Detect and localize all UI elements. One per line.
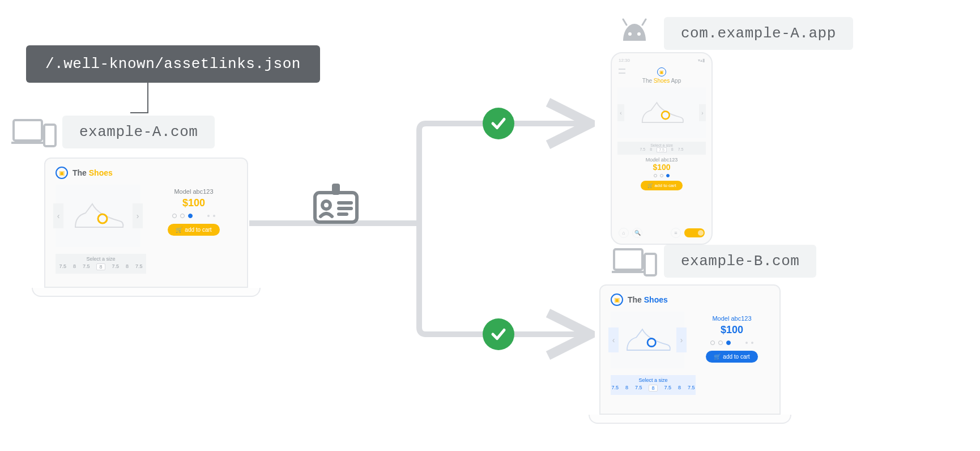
gallery-prev[interactable]: ‹ [617, 104, 624, 121]
devices-icon-right [612, 246, 658, 278]
color-swatches[interactable] [151, 214, 237, 218]
size-selector[interactable]: Select a size 7.587.587.587.5 [611, 375, 696, 395]
laptop-site-b: ▣ The Shoes ‹ › Model abc123 $100 [599, 284, 781, 424]
phone-app-a: 12:30 ▾▴▮ ▣ The Shoes App ‹ › Select a s… [611, 52, 713, 245]
toggle-pill[interactable] [684, 228, 705, 237]
size-selector[interactable]: Select a size 7.587.587.5 [617, 142, 706, 155]
shop-logo-icon: ▣ [56, 167, 68, 179]
hamburger-icon[interactable] [619, 69, 625, 74]
svg-point-12 [322, 201, 330, 209]
size-selector[interactable]: Select a size 7.587.587.587.5 [56, 254, 146, 274]
gallery-next[interactable]: › [699, 104, 706, 121]
site-a-label: example-A.com [62, 116, 215, 148]
product-price: $100 [617, 163, 706, 172]
app-package-label: com.example-A.app [664, 17, 853, 50]
site-b-label: example-B.com [664, 245, 816, 278]
search-icon[interactable]: 🔍 [632, 228, 642, 238]
devices-icon-left [11, 117, 58, 148]
product-model: Model abc123 [694, 315, 769, 322]
svg-point-7 [637, 32, 641, 36]
bottom-nav[interactable]: ⌂ 🔍 ≡ [617, 226, 706, 238]
svg-rect-11 [332, 184, 340, 195]
svg-point-16 [98, 214, 107, 223]
cart-icon: 🛒 [176, 227, 182, 233]
product-model: Model abc123 [617, 157, 706, 163]
svg-line-9 [642, 19, 646, 25]
product-model: Model abc123 [151, 188, 237, 195]
add-to-cart-button[interactable]: 🛒 add to cart [641, 181, 683, 190]
gallery-prev[interactable]: ‹ [53, 203, 63, 228]
color-swatches[interactable] [694, 341, 769, 345]
gallery-next[interactable]: › [133, 203, 143, 228]
svg-rect-0 [14, 120, 42, 141]
product-gallery: ‹ › [56, 185, 140, 247]
status-clock: 12:30 [619, 58, 630, 63]
size-list-app: 7.587.587.5 [617, 147, 706, 152]
menu-icon[interactable]: ≡ [671, 228, 681, 238]
product-price: $100 [151, 197, 237, 209]
svg-point-18 [647, 338, 655, 346]
svg-point-17 [662, 111, 670, 119]
checkmark-top [483, 108, 514, 139]
svg-rect-3 [614, 249, 642, 270]
shop-title: The Shoes [73, 168, 113, 177]
add-to-cart-button[interactable]: 🛒 add to cart [706, 351, 757, 363]
sneaker-image [70, 196, 126, 236]
assetlinks-path-label: /.well-known/assetlinks.json [26, 45, 320, 83]
product-gallery: ‹ › [611, 312, 684, 368]
assetlinks-connector [130, 82, 148, 113]
size-list-b: 7.587.587.587.5 [611, 385, 696, 392]
android-icon [619, 18, 650, 41]
shop-logo-icon: ▣ [611, 293, 623, 306]
checkmark-bottom [483, 318, 514, 350]
laptop-site-a: ▣ The Shoes ‹ › Model abc123 $100 [44, 158, 248, 297]
cart-icon: 🛒 [714, 354, 721, 360]
home-icon[interactable]: ⌂ [619, 228, 629, 238]
add-to-cart-button[interactable]: 🛒 add to cart [168, 224, 219, 236]
gallery-next[interactable]: › [676, 327, 687, 352]
svg-line-8 [623, 19, 627, 25]
shop-title: The Shoes [628, 295, 668, 304]
status-icons: ▾▴▮ [698, 58, 705, 63]
product-price: $100 [694, 324, 769, 336]
svg-rect-2 [44, 125, 56, 146]
app-title: The Shoes App [617, 78, 706, 84]
id-badge-icon [312, 181, 360, 226]
product-gallery: ‹ › [617, 87, 706, 138]
app-logo-icon: ▣ [657, 67, 666, 76]
svg-point-6 [628, 32, 632, 36]
gallery-prev[interactable]: ‹ [608, 327, 619, 352]
color-swatches[interactable] [617, 174, 706, 177]
svg-rect-5 [645, 254, 656, 275]
cart-icon: 🛒 [647, 183, 653, 188]
sneaker-image [622, 322, 673, 358]
size-list-a: 7.587.587.587.5 [56, 263, 146, 270]
